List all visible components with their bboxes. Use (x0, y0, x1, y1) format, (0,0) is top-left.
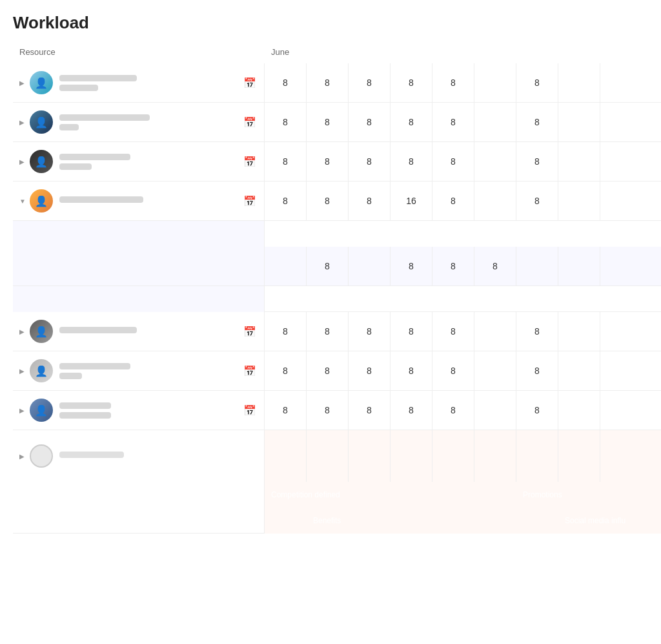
resource-row-4: 👤 📅 8 8 8 16 8 8 (13, 182, 661, 221)
chevron-5[interactable] (19, 328, 30, 335)
chevron-6[interactable] (19, 368, 30, 375)
page-title: Workload (13, 13, 661, 33)
cell-1-6 (474, 63, 516, 102)
name-block-unassigned (59, 452, 258, 461)
resource-row-7: 👤 📅 8 8 8 8 8 8 (13, 391, 661, 430)
avatar-2: 👤 (30, 110, 53, 134)
name-block-7 (59, 402, 242, 419)
task-bar-row-4: Human resources - cost Company defined (13, 221, 661, 247)
task-bar-benefits[interactable]: Benefits (307, 512, 474, 530)
name-block-2 (59, 114, 242, 130)
avatar-7: 👤 (30, 399, 53, 422)
task-bar-video-production[interactable]: Video production (307, 290, 516, 308)
chevron-2[interactable] (19, 119, 30, 126)
avatar-5: 👤 (30, 320, 53, 343)
avatar-unassigned (30, 444, 53, 468)
calendar-icon-1[interactable]: 📅 (242, 75, 258, 90)
chevron-4[interactable] (19, 198, 30, 205)
task-bar-extra[interactable] (558, 225, 600, 243)
resource-row-1: 👤 📅 8 8 8 8 8 8 (13, 63, 661, 103)
cell-1-4: 8 (391, 63, 432, 102)
task-bar-human-resources[interactable]: Human resources - cost (265, 225, 391, 243)
calendar-icon-2[interactable]: 📅 (242, 114, 258, 130)
cell-1-1: 8 (265, 63, 307, 102)
avatar-3: 👤 (30, 150, 53, 173)
resource-column-header: Resource (13, 43, 265, 61)
resource-row-3: 👤 📅 8 8 8 8 8 8 (13, 142, 661, 182)
name-block-6 (59, 363, 242, 379)
name-block-3 (59, 154, 242, 170)
calendar-icon-6[interactable]: 📅 (242, 363, 258, 379)
task-bar-company-defined[interactable]: Company defined (391, 225, 558, 243)
cell-1-8 (558, 63, 600, 102)
calendar-icon-7[interactable]: 📅 (242, 402, 258, 418)
cell-1-3: 8 (349, 63, 391, 102)
cell-1-5: 8 (432, 63, 474, 102)
task-bar-social-media[interactable]: Social media influ (558, 512, 661, 530)
cell-1-7: 8 (516, 63, 558, 102)
name-block-5 (59, 327, 242, 337)
name-block-4 (59, 196, 242, 206)
chevron-1[interactable] (19, 79, 30, 87)
task-bar-competition-defined[interactable]: Competition defined (265, 486, 432, 504)
name-block-1 (59, 75, 242, 91)
unassigned-row (13, 430, 661, 482)
selected-cell[interactable]: 8 (391, 247, 432, 286)
chevron-7[interactable] (19, 407, 30, 414)
bottom-bar-row-1: Competition defined Promotions (13, 482, 661, 508)
avatar-4: 👤 (30, 189, 53, 213)
avatar-1: 👤 (30, 71, 53, 94)
resource-row-5: 👤 📅 8 8 8 8 8 8 (13, 312, 661, 351)
calendar-icon-3[interactable]: 📅 (242, 154, 258, 169)
resource-row-6: 👤 📅 8 8 8 8 8 8 (13, 351, 661, 391)
june-column-header: June (265, 43, 661, 61)
cell-1-2: 8 (307, 63, 349, 102)
calendar-icon-4[interactable]: 📅 (242, 193, 258, 209)
chevron-unassigned[interactable] (19, 453, 30, 460)
avatar-6: 👤 (30, 359, 53, 382)
task-bar-promotions[interactable]: Promotions (516, 486, 600, 504)
video-bar-row: Video production Competition stre (13, 286, 661, 312)
task-bar-competition-stre[interactable]: Competition stre (516, 290, 646, 308)
bottom-bar-row-2: Benefits Social media influ (13, 508, 661, 534)
task-bar-promotions-extra[interactable] (600, 486, 642, 504)
chevron-3[interactable] (19, 158, 30, 165)
calendar-icon-5[interactable]: 📅 (242, 324, 258, 339)
subtask-row-4: 8 8 8 8 (13, 247, 661, 286)
resource-row-2: 👤 📅 8 8 8 8 8 8 (13, 103, 661, 142)
